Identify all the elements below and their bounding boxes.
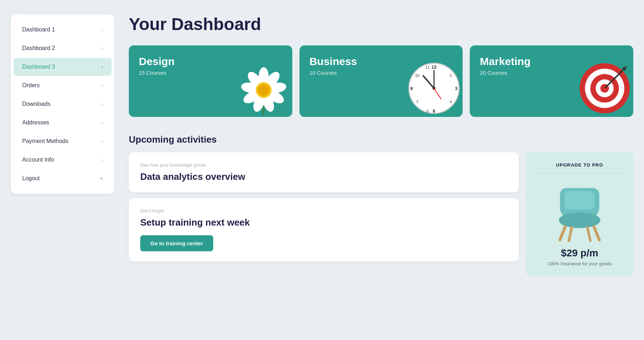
svg-text:2: 2 xyxy=(450,73,452,78)
upcoming-section-title: Upcoming activities xyxy=(129,134,633,145)
activity-card-eyebrow-1: See how your knowledge grows xyxy=(140,162,507,168)
svg-text:12: 12 xyxy=(431,64,436,70)
activity-card-data-analytics: See how your knowledge grows Data analyt… xyxy=(129,152,519,192)
svg-text:3: 3 xyxy=(455,86,458,91)
sidebar-item-dashboard-1[interactable]: Dashboard 1 › xyxy=(14,21,112,39)
business-card-image: 12 3 6 9 2 4 5 7 10 11 xyxy=(405,60,463,117)
svg-text:10: 10 xyxy=(415,73,419,78)
upgrade-note: 100% Insurance for your goods xyxy=(547,261,612,266)
activity-card-title-2: Setup training next week xyxy=(140,217,507,228)
chevron-right-icon: › xyxy=(101,27,103,33)
go-to-training-button[interactable]: Go to training center xyxy=(140,235,213,251)
svg-line-40 xyxy=(587,227,590,241)
svg-point-10 xyxy=(258,84,269,96)
chevron-right-icon: › xyxy=(101,45,103,51)
activities-layout: See how your knowledge grows Data analyt… xyxy=(129,152,633,276)
svg-text:6: 6 xyxy=(433,108,435,114)
marketing-card-image xyxy=(576,60,633,117)
activity-card-title-1: Data analytics overview xyxy=(140,171,507,182)
svg-text:4: 4 xyxy=(450,100,452,104)
activity-card-eyebrow-2: Don't forget xyxy=(140,208,507,213)
svg-text:11: 11 xyxy=(425,65,430,69)
upgrade-price: $29 p/m xyxy=(561,247,598,259)
business-card[interactable]: Business 10 Courses 12 3 6 9 2 4 5 7 10 xyxy=(299,45,463,117)
sidebar-item-dashboard-2[interactable]: Dashboard 2 › xyxy=(14,39,112,57)
sidebar-item-payment-methods[interactable]: Payment Methods › xyxy=(14,132,112,150)
svg-text:9: 9 xyxy=(410,86,413,91)
chevron-right-icon: › xyxy=(101,83,103,88)
daisy-icon xyxy=(235,60,292,117)
sidebar-item-account-info[interactable]: Account Info › xyxy=(14,151,112,169)
target-icon xyxy=(576,60,633,117)
sidebar: Dashboard 1 › Dashboard 2 › Dashboard 3 … xyxy=(11,14,114,194)
sidebar-item-logout[interactable]: Logout ⇥ xyxy=(14,169,112,187)
main-content: Your Dashboard Design 15 Courses xyxy=(129,14,633,326)
chevron-right-icon: › xyxy=(101,64,103,70)
svg-rect-41 xyxy=(565,191,595,210)
chevron-right-icon: › xyxy=(101,138,103,144)
upgrade-card: UPGRADE TO PRO $29 p/m 100% Insurance fo… xyxy=(526,152,633,276)
design-card-image xyxy=(235,60,292,117)
svg-line-38 xyxy=(594,227,599,240)
svg-line-37 xyxy=(560,227,565,240)
chevron-right-icon: › xyxy=(101,120,103,125)
activities-left: See how your knowledge grows Data analyt… xyxy=(129,152,519,276)
page-title: Your Dashboard xyxy=(129,14,633,34)
svg-text:7: 7 xyxy=(416,100,418,104)
category-cards: Design 15 Courses xyxy=(129,45,633,117)
sidebar-item-addresses[interactable]: Addresses › xyxy=(14,114,112,132)
design-card[interactable]: Design 15 Courses xyxy=(129,45,292,117)
marketing-card[interactable]: Marketing 20 Courses xyxy=(470,45,633,117)
chair-icon xyxy=(544,181,615,242)
sidebar-item-downloads[interactable]: Downloads › xyxy=(14,95,112,113)
upgrade-divider xyxy=(535,173,625,174)
activity-card-setup-training: Don't forget Setup training next week Go… xyxy=(129,198,519,261)
svg-line-39 xyxy=(569,227,572,241)
svg-text:5: 5 xyxy=(426,109,429,113)
chevron-right-icon: › xyxy=(101,157,103,163)
clock-icon: 12 3 6 9 2 4 5 7 10 11 xyxy=(405,60,463,117)
sidebar-item-orders[interactable]: Orders › xyxy=(14,77,112,94)
upgrade-label: UPGRADE TO PRO xyxy=(556,162,603,168)
sidebar-item-dashboard-3[interactable]: Dashboard 3 › xyxy=(14,58,112,76)
chevron-right-icon: › xyxy=(101,101,103,107)
logout-icon: ⇥ xyxy=(99,176,103,181)
